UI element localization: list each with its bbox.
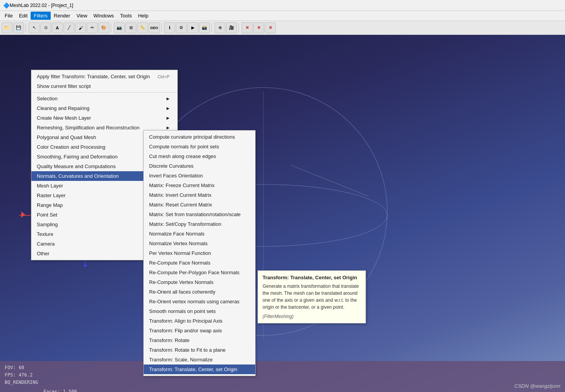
title-text: MeshLab 2022.02 - [Project_1]	[10, 3, 73, 8]
recompute-vertex-item[interactable]: Re-Compute Vertex Normals	[144, 277, 255, 287]
recompute-polygon-face-item[interactable]: Re-Compute Per-Polygon Face Normals	[144, 268, 255, 277]
transform-translate-item[interactable]: Transform: Translate, Center, set Origin	[144, 364, 255, 374]
camera-button[interactable]: 🎥	[226, 22, 237, 33]
fps-value: 476.2	[19, 372, 33, 378]
toolbar-separator-4	[211, 23, 213, 33]
reorient-cameras-item[interactable]: Re-Orient vertex normals using cameras	[144, 297, 255, 306]
normalize-face-item[interactable]: Normalize Face Normals	[144, 229, 255, 239]
app-icon: 🔷	[3, 2, 10, 9]
statusbar: FOV: 60 FPS: 476.2 BQ_RENDERING Faces: 1…	[0, 361, 565, 392]
menu-tools[interactable]: Tools	[117, 12, 135, 20]
viewport[interactable]: Apply filter Transform: Translate, Cente…	[0, 35, 565, 392]
svg-point-19	[84, 265, 86, 267]
compute-curvature-item[interactable]: Compute curvature principal directions	[144, 132, 255, 142]
open-file-button[interactable]: 📁	[2, 22, 12, 33]
render-button[interactable]: ▶	[187, 22, 198, 33]
brush-tool-button[interactable]: 🖌	[75, 22, 86, 33]
circle-tool-button[interactable]: ⊙	[40, 22, 51, 33]
fps-line: FPS: 476.2	[5, 371, 560, 379]
fov-label: FOV:	[5, 365, 16, 370]
faces-line: Faces: 1,500	[43, 388, 560, 392]
rendering-line: BQ_RENDERING	[5, 379, 560, 386]
matrix-copy-item[interactable]: Matrix: Set/Copy Transformation	[144, 219, 255, 229]
fov-value: 60	[19, 365, 24, 370]
scan-tool-button[interactable]: 📷	[114, 22, 125, 33]
menu-windows[interactable]: Windows	[90, 12, 117, 20]
toolbar-separator-1	[26, 23, 27, 33]
toolbar: 📁 💾 ↖ ⊙ A ╱ 🖌 ✏ 🎨 📷 ⊞ 📏 GEO ℹ ⚙ ▶ 📸 ⊕ 🎥 …	[0, 21, 565, 35]
menu-view[interactable]: View	[73, 12, 90, 20]
transform-flip-item[interactable]: Transform: Flip and/or swap axis	[144, 326, 255, 335]
reorient-coherent-item[interactable]: Re-Orient all faces coherently	[144, 287, 255, 297]
tools-button[interactable]: ⚙	[176, 22, 187, 33]
grid-tool-button[interactable]: ⊞	[125, 22, 136, 33]
transform-principal-item[interactable]: Transform: Align to Principal Axis	[144, 316, 255, 326]
normals-submenu: Compute curvature principal directions C…	[143, 130, 256, 376]
normalize-vertex-item[interactable]: Normalize Vertex Normals	[144, 239, 255, 248]
info-button[interactable]: ℹ	[164, 22, 175, 33]
cleaning-item[interactable]: Cleaning and Repairing ▶	[31, 103, 177, 113]
tooltip-title: Transform: Translate, Center, set Origin	[263, 275, 361, 280]
A-tool-button[interactable]: A	[52, 22, 63, 33]
menu-edit[interactable]: Edit	[16, 12, 31, 20]
menu-render[interactable]: Render	[51, 12, 74, 20]
selection-item[interactable]: Selection ▶	[31, 94, 177, 103]
ruler-tool-button[interactable]: 📏	[137, 22, 148, 33]
menu-help[interactable]: Help	[135, 12, 151, 20]
menu-filters[interactable]: Filters	[31, 12, 50, 20]
paint-tool-button[interactable]: 🎨	[98, 22, 109, 33]
watermark: CSDN @wangzijunn	[514, 383, 560, 389]
compute-normals-points-item[interactable]: Compute normals for point sets	[144, 142, 255, 151]
matrix-reset-item[interactable]: Matrix: Reset Current Matrix	[144, 200, 255, 210]
tooltip-description: Generate a matrix transformation that tr…	[263, 283, 361, 311]
menubar: File Edit Filters Render View Windows To…	[0, 11, 565, 21]
matrix-freeze-item[interactable]: Matrix: Freeze Current Matrix	[144, 181, 255, 190]
recompute-face-item[interactable]: Re-Compute Face Normals	[144, 258, 255, 268]
menu-separator-1	[31, 92, 177, 93]
fps-label: FPS:	[5, 372, 16, 378]
tooltip-tag: (FilterMeshing)	[263, 314, 361, 319]
transform-rotate-fit-item[interactable]: Transform: Rotate to Fit to a plane	[144, 345, 255, 355]
create-mesh-item[interactable]: Create New Mesh Layer ▶	[31, 113, 177, 123]
toolbar-separator-5	[239, 23, 240, 33]
save-button[interactable]: 💾	[13, 22, 24, 33]
svg-line-22	[290, 165, 368, 196]
eraser-tool-button[interactable]: ✏	[87, 22, 98, 33]
cut-mesh-crease-item[interactable]: Cut mesh along crease edges	[144, 151, 255, 161]
titlebar: 🔷 MeshLab 2022.02 - [Project_1]	[0, 0, 565, 11]
y-delete-button[interactable]: ✖	[253, 22, 264, 33]
faces-value: 1,500	[63, 389, 77, 392]
invert-faces-item[interactable]: Invert Faces Orientation	[144, 171, 255, 181]
smooth-normals-points-item[interactable]: Smooth normals on point sets	[144, 306, 255, 316]
align-button[interactable]: ⊕	[215, 22, 225, 33]
toolbar-separator-2	[111, 23, 112, 33]
per-vertex-normal-item[interactable]: Per Vertex Normal Function	[144, 248, 255, 258]
transform-rotate-item[interactable]: Transform: Rotate	[144, 335, 255, 345]
toolbar-separator-3	[161, 23, 163, 33]
discrete-curvatures-item[interactable]: Discrete Curvatures	[144, 161, 255, 171]
tooltip-box: Transform: Translate, Center, set Origin…	[258, 270, 366, 323]
matrix-set-translation-item[interactable]: Matrix: Set from translation/rotation/sc…	[144, 210, 255, 219]
z-delete-button[interactable]: ✖	[265, 22, 276, 33]
matrix-invert-item[interactable]: Matrix: Invert Current Matrix	[144, 190, 255, 200]
svg-marker-10	[21, 211, 25, 218]
transform-scale-item[interactable]: Transform: Scale, Normalize	[144, 355, 255, 364]
apply-filter-item[interactable]: Apply filter Transform: Translate, Cente…	[31, 72, 177, 81]
geom-tool-button[interactable]: GEO	[149, 22, 160, 33]
fov-line: FOV: 60	[5, 364, 560, 371]
cursor-tool-button[interactable]: ↖	[29, 22, 39, 33]
faces-label: Faces:	[43, 389, 60, 392]
rendering-label: BQ_RENDERING	[5, 380, 38, 385]
line-tool-button[interactable]: ╱	[64, 22, 74, 33]
x-delete-button[interactable]: ✖	[242, 22, 252, 33]
photo-button[interactable]: 📸	[199, 22, 210, 33]
menu-file[interactable]: File	[2, 12, 16, 20]
show-filter-script-item[interactable]: Show current filter script	[31, 81, 177, 91]
